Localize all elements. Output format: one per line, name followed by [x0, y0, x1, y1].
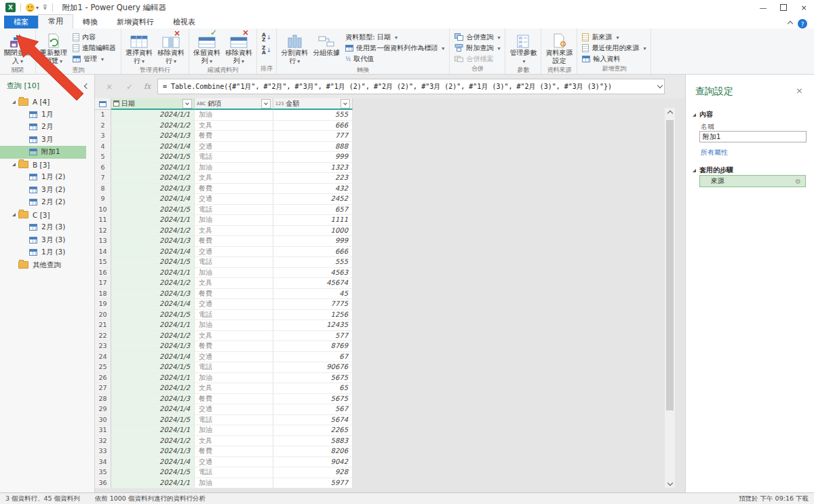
table-row[interactable]: 1 2024/1/1 加油 555 [95, 110, 353, 121]
table-row[interactable]: 11 2024/1/1 加油 1111 [95, 215, 353, 226]
date-cell[interactable]: 2024/1/4 [111, 247, 195, 258]
table-row[interactable]: 14 2024/1/4 交通 666 [95, 247, 353, 258]
column-header-amount[interactable]: 123 金額 [273, 98, 353, 110]
remove-columns-button[interactable]: × 移除資料行▾ [156, 31, 186, 66]
query-tree-item[interactable]: 3月 [0, 134, 86, 147]
table-row[interactable]: 12 2024/1/2 文具 1000 [95, 226, 353, 237]
date-cell[interactable]: 2024/1/1 [111, 425, 195, 436]
item-cell[interactable]: 加油 [195, 110, 273, 121]
table-row[interactable]: 27 2024/1/2 文具 65 [95, 383, 353, 394]
smiley-caret-icon[interactable]: ▾ [36, 5, 39, 11]
select-all-corner[interactable] [95, 98, 111, 110]
item-cell[interactable]: 加油 [195, 268, 273, 279]
date-cell[interactable]: 2024/1/2 [111, 278, 195, 289]
item-cell[interactable]: 文具 [195, 226, 273, 237]
amount-cell[interactable]: 9042 [273, 457, 353, 468]
expander-icon[interactable] [12, 163, 16, 166]
date-cell[interactable]: 2024/1/5 [111, 257, 195, 268]
item-cell[interactable]: 電話 [195, 205, 273, 216]
remove-rows-button[interactable]: × 移除資料列▾ [224, 31, 254, 66]
filter-button[interactable] [341, 99, 350, 109]
query-tree-item[interactable]: 2月 [0, 121, 86, 134]
item-cell[interactable]: 交通 [195, 194, 273, 205]
date-cell[interactable]: 2024/1/4 [111, 457, 195, 468]
table-row[interactable]: 7 2024/1/2 文具 223 [95, 173, 353, 184]
table-row[interactable]: 16 2024/1/1 加油 4563 [95, 268, 353, 279]
date-cell[interactable]: 2024/1/1 [111, 478, 195, 489]
amount-cell[interactable]: 65 [273, 383, 353, 394]
table-row[interactable]: 2 2024/1/2 文具 666 [95, 121, 353, 132]
recent-sources-button[interactable]: 最近使用的來源▾ [580, 43, 648, 54]
collapse-pane-icon[interactable] [84, 83, 90, 88]
item-cell[interactable]: 餐費 [195, 446, 273, 457]
data-type-button[interactable]: 資料類型: 日期▾ [343, 32, 446, 43]
filter-button[interactable] [261, 99, 271, 109]
date-cell[interactable]: 2024/1/5 [111, 310, 195, 321]
ribbon-tab[interactable]: 檔案 [4, 16, 38, 28]
applied-step[interactable]: 來源 ⚙ [699, 175, 806, 187]
profiling-info[interactable]: 依前 1000 個資料列進行的資料行分析 [95, 495, 206, 503]
table-row[interactable]: 4 2024/1/4 交通 888 [95, 142, 353, 153]
table-row[interactable]: 19 2024/1/4 交通 7775 [95, 299, 353, 310]
keep-rows-button[interactable]: ✓ 保留資料列▾ [192, 31, 222, 66]
ribbon-tab[interactable]: 檢視表 [163, 16, 205, 28]
table-row[interactable]: 9 2024/1/4 交通 2452 [95, 194, 353, 205]
amount-cell[interactable]: 90676 [273, 362, 353, 373]
item-cell[interactable]: 加油 [195, 215, 273, 226]
amount-cell[interactable]: 432 [273, 184, 353, 195]
table-row[interactable]: 29 2024/1/4 交通 567 [95, 404, 353, 415]
data-source-settings-button[interactable]: ⚙ 資料來源設定 [544, 31, 574, 66]
scrollbar-thumb[interactable] [666, 120, 674, 410]
table-row[interactable]: 3 2024/1/3 餐費 777 [95, 131, 353, 142]
date-cell[interactable]: 2024/1/3 [111, 394, 195, 405]
date-cell[interactable]: 2024/1/1 [111, 163, 195, 174]
table-row[interactable]: 33 2024/1/3 餐費 8206 [95, 446, 353, 457]
item-cell[interactable]: 文具 [195, 331, 273, 342]
date-cell[interactable]: 2024/1/4 [111, 352, 195, 363]
item-cell[interactable]: 餐費 [195, 394, 273, 405]
table-row[interactable]: 22 2024/1/2 文具 577 [95, 331, 353, 342]
sort-descending-button[interactable]: ZA↓ [260, 45, 273, 56]
date-cell[interactable]: 2024/1/1 [111, 268, 195, 279]
choose-columns-button[interactable]: 選擇資料行▾ [124, 31, 154, 66]
query-tree-item[interactable]: A [4] [0, 96, 86, 109]
amount-cell[interactable]: 666 [273, 247, 353, 258]
amount-cell[interactable]: 5883 [273, 436, 353, 447]
query-tree-item[interactable]: 1月 [0, 109, 86, 121]
amount-cell[interactable]: 67 [273, 352, 353, 363]
table-row[interactable]: 15 2024/1/5 電話 555 [95, 257, 353, 268]
amount-cell[interactable]: 2265 [273, 425, 353, 436]
table-row[interactable]: 18 2024/1/3 餐費 45 [95, 289, 353, 300]
applied-steps-section-header[interactable]: 套用的步驟 [693, 166, 733, 175]
item-cell[interactable]: 餐費 [195, 236, 273, 247]
replace-values-button[interactable]: ½取代值 [343, 54, 446, 64]
manage-parameters-button[interactable]: 管理參數▾ [508, 31, 538, 66]
query-tree-item[interactable]: 1月 (2) [0, 171, 86, 184]
table-row[interactable]: 26 2024/1/1 加油 5675 [95, 373, 353, 384]
item-cell[interactable]: 電話 [195, 257, 273, 268]
amount-cell[interactable]: 4563 [273, 268, 353, 279]
item-cell[interactable]: 加油 [195, 478, 273, 489]
item-cell[interactable]: 交通 [195, 142, 273, 153]
expander-icon[interactable] [12, 213, 16, 216]
query-tree-item[interactable]: 2月 (2) [0, 196, 86, 209]
item-cell[interactable]: 電話 [195, 467, 273, 478]
number-type-icon[interactable]: 123 [275, 101, 284, 106]
date-cell[interactable]: 2024/1/3 [111, 341, 195, 352]
amount-cell[interactable]: 888 [273, 142, 353, 153]
amount-cell[interactable]: 223 [273, 173, 353, 184]
date-cell[interactable]: 2024/1/2 [111, 173, 195, 184]
date-cell[interactable]: 2024/1/3 [111, 289, 195, 300]
amount-cell[interactable]: 567 [273, 404, 353, 415]
text-type-icon[interactable]: ABC [197, 101, 206, 106]
amount-cell[interactable]: 555 [273, 110, 353, 121]
date-cell[interactable]: 2024/1/2 [111, 383, 195, 394]
table-row[interactable]: 20 2024/1/5 電話 1256 [95, 310, 353, 321]
date-cell[interactable]: 2024/1/4 [111, 404, 195, 415]
table-row[interactable]: 13 2024/1/3 餐費 999 [95, 236, 353, 247]
date-cell[interactable]: 2024/1/2 [111, 226, 195, 237]
amount-cell[interactable]: 1323 [273, 163, 353, 174]
split-column-button[interactable]: 分割資料行▾ [279, 31, 309, 66]
item-cell[interactable]: 交通 [195, 352, 273, 363]
item-cell[interactable]: 餐費 [195, 289, 273, 300]
